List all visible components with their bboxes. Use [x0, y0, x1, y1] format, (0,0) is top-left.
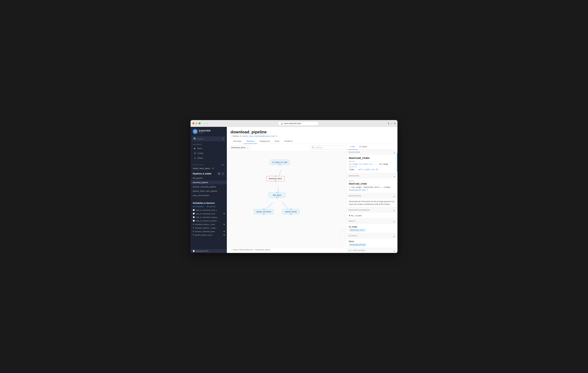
zoom-in-button[interactable]: +	[340, 230, 345, 234]
node-download-items[interactable]: download_items	[266, 176, 284, 181]
all-schedules-link[interactable]: All schedules	[193, 206, 204, 208]
description-header[interactable]: DESCRIPTION ⌄	[347, 193, 398, 198]
schedule-item-6[interactable]: ⚙ dynamic_download_pipeli...	[190, 230, 227, 233]
minimize-button[interactable]	[196, 122, 198, 124]
pipeline-dynamic[interactable]: dynamic_download_pipeline	[190, 185, 227, 189]
pipeline-dbt[interactable]: dbt_pipeline	[190, 176, 227, 180]
pipeline-grid-icon[interactable]: ⊞	[217, 172, 221, 175]
page-subtitle: ⬦ Pipeline in hacker_news_repository@hac…	[231, 135, 394, 137]
inputs-header[interactable]: INPUTS ⌄	[347, 219, 398, 224]
main-content: download_pipeline ⬦ Pipeline in hacker_n…	[227, 127, 398, 253]
refresh-icon[interactable]: ↻	[212, 167, 214, 169]
output-link[interactable]: split_types:raw_df	[358, 168, 378, 171]
connector-bottom-4	[263, 213, 264, 215]
panel-tab-types[interactable]: ⊟ Types	[357, 144, 369, 150]
node-upload-comments[interactable]: upload_comments	[254, 209, 274, 214]
assets-label: Assets	[197, 152, 203, 154]
output-type-badge: PandasDataFrame	[349, 243, 366, 246]
forward-button[interactable]: ›	[206, 121, 209, 125]
new-tab-icon[interactable]: ＋	[391, 122, 393, 125]
address-bar[interactable]: 🔒 demo.elementl.show	[278, 121, 319, 125]
resource-item: ⊞ hn_client	[349, 214, 395, 217]
url-text: demo.elementl.show	[284, 122, 301, 125]
tab-partitions[interactable]: Partitions	[282, 139, 295, 144]
schedule-clock-0: 🕐	[193, 209, 195, 211]
sig-arrow: →	[381, 186, 383, 188]
outputs-header[interactable]: OUTPUTS ⌄	[347, 233, 398, 239]
all-sensors-link[interactable]: All sensors	[207, 206, 216, 208]
highlight-input[interactable]: 🔍 Highlight...	[310, 145, 344, 150]
chevron-down-icon: ⌄	[246, 146, 248, 149]
schedule-item-5[interactable]: ⚙ download_pipeline__stagin...	[190, 226, 227, 230]
all-invocations-chevron: ⌄	[393, 249, 395, 252]
sig-open: (	[349, 186, 350, 188]
sig-return-label: (items:	[383, 186, 391, 188]
timezone-icon: 🕐	[193, 250, 195, 252]
schedule-item-7[interactable]: ⚙ pipeline_failure_sensor	[190, 233, 227, 237]
description-text: Downloads all of the items for the id ra…	[349, 200, 395, 206]
runs-icon: ▶	[194, 147, 196, 150]
tab-overview[interactable]: Overview	[231, 139, 244, 144]
graph-toolbar: download_items ⌄ 🔍 Highlight...	[227, 144, 346, 151]
schedule-item-4[interactable]: ⚙ download_pipeline__prod...	[190, 222, 227, 226]
schedule-item-0[interactable]: 🕐 daily_hn_download_local_s...	[190, 208, 227, 212]
assets-icon: ⊞	[194, 152, 196, 154]
logo-version: 0.11.0	[199, 132, 210, 134]
repo-name-text: hacker_news_reposi...	[193, 167, 211, 169]
node-label-split: split_types	[273, 194, 282, 196]
search-icon-sm: 🔍	[312, 146, 314, 149]
timezone-text: Automatic (PDT)	[196, 250, 208, 252]
graph-canvas[interactable]: id_range_for_date download_items	[227, 151, 346, 246]
pipeline-list-icon[interactable]: ≡	[221, 172, 225, 175]
pandas-link[interactable]: PandasDataFrame	[349, 189, 366, 191]
search-input[interactable]	[198, 138, 221, 140]
subtitle-repo-link[interactable]: hacker_news_repository@hacker-news	[242, 135, 275, 137]
schedule-item-1[interactable]: 🕐 daily_hn_download_prod...	[190, 212, 227, 215]
window-icon[interactable]: ⧉	[394, 122, 396, 125]
schedule-item-3[interactable]: 🕐 daily_hn_dynamic_downloa...	[190, 219, 227, 222]
search-box[interactable]: 🔍 /	[192, 136, 225, 141]
tabs: Overview Definition Playground Runs Part…	[231, 139, 394, 144]
tab-playground[interactable]: Playground	[257, 139, 272, 144]
filter-link[interactable]: Filter	[221, 164, 225, 166]
node-id-range-for-date[interactable]: id_range_for_date	[270, 160, 290, 165]
scrollbar[interactable]	[397, 153, 398, 172]
close-button[interactable]	[192, 122, 194, 124]
node-split-types[interactable]: split_types	[269, 193, 285, 198]
solid-select[interactable]: download_items ⌄	[229, 145, 250, 150]
outputs-title: OUTPUTS	[349, 235, 357, 237]
logo-text: DAGSTER 0.11.0	[199, 130, 210, 134]
invocation-header[interactable]: INVOCATION ⌄	[347, 150, 398, 155]
definition-header[interactable]: DEFINITION ⌄	[347, 173, 398, 179]
fullscreen-button[interactable]	[199, 122, 200, 124]
back-button[interactable]: ‹	[203, 121, 205, 125]
connector-top-4	[263, 208, 264, 210]
pipeline-failure[interactable]: pipeline_failure_alert_pipeline	[190, 189, 227, 193]
tab-definition[interactable]: Definition	[244, 139, 257, 144]
all-invocations-header[interactable]: ALL INVOCATIONS ⌄	[347, 248, 398, 253]
pipeline-download[interactable]: download_pipeline	[190, 180, 227, 185]
pipeline-story[interactable]: story_recommender	[190, 193, 227, 197]
node-upload-stories[interactable]: upload_stories	[283, 209, 299, 214]
panel-tab-info[interactable]: ℹ Info	[348, 144, 357, 150]
share-icon[interactable]: ⬆	[388, 122, 389, 125]
zoom-out-button[interactable]: −	[340, 234, 345, 239]
info-icon: ℹ	[350, 145, 351, 148]
tab-runs[interactable]: Runs	[272, 139, 282, 144]
description-section: DESCRIPTION ⌄ Downloads all of the items…	[347, 193, 398, 207]
traffic-lights	[192, 122, 200, 124]
sidebar-item-runs[interactable]: ▶ Runs	[191, 146, 226, 151]
resources-header[interactable]: REQUIRED RESOURCES ⌄	[347, 207, 398, 213]
invocation-content: download_items Inputs id_range_for_date:…	[347, 155, 398, 173]
description-chevron: ⌄	[393, 194, 395, 197]
connector-bottom-3	[276, 197, 278, 198]
sensor-icon-5: ⚙	[193, 227, 194, 229]
schedule-item-2[interactable]: 🕐 daily_hn_download_staging...	[190, 215, 227, 219]
refresh-icon[interactable]: ↻	[276, 135, 277, 137]
sidebar-item-assets[interactable]: ⊞ Assets	[191, 151, 226, 155]
repo-header: REPOSITORY Filter	[190, 163, 227, 167]
input-link[interactable]: id_range_for_date:res...	[349, 163, 376, 165]
subtitle-pipeline-icon: ⬦	[231, 135, 232, 137]
sidebar-item-status[interactable]: ◎ Status	[191, 156, 226, 160]
subset-input[interactable]	[229, 248, 344, 252]
